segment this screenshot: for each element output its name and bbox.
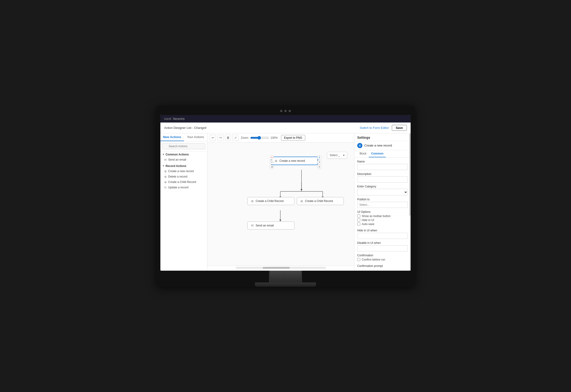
node-child-record-1[interactable]: ⊕ Create a Child Record: [247, 197, 294, 205]
monitor-dots: [160, 110, 411, 112]
description-input[interactable]: [357, 176, 408, 182]
node-email-icon: ✉: [251, 224, 254, 227]
confirmation-prompt-group: Confirmation prompt: [357, 264, 408, 268]
redo-button[interactable]: ↪: [217, 135, 223, 141]
minus-circle-icon: ⊕: [164, 175, 167, 179]
expand-bottom-right-btn[interactable]: ✕: [317, 165, 321, 169]
close-top-left-btn[interactable]: ✕: [270, 155, 274, 160]
main-layout: New Actions Your Actions 🔍 ▼ Common Acti…: [160, 133, 411, 271]
sidebar-tabs: New Actions Your Actions: [160, 133, 207, 141]
select-dropdown[interactable]: Select _ ▼: [327, 152, 347, 158]
chevron-down-icon-2: ▼: [162, 165, 165, 167]
svg-marker-1: [300, 189, 302, 191]
autosave-label: Auto-save: [362, 223, 374, 226]
toolbar-button-label: Show as toolbar button: [362, 214, 391, 218]
hide-when-input[interactable]: [357, 233, 408, 239]
sidebar-item-delete-record[interactable]: ⊕ Delete a record: [162, 174, 205, 180]
hide-ui-checkbox[interactable]: [357, 218, 360, 222]
confirmation-prompt-label: Confirmation prompt: [357, 264, 408, 268]
hide-ui-checkbox-row: Hide in UI: [357, 218, 408, 222]
autosave-checkbox[interactable]: [357, 223, 360, 225]
sidebar-item-update-record[interactable]: ↻ Update a record: [162, 185, 205, 190]
publish-input[interactable]: [357, 202, 408, 208]
search-input[interactable]: [162, 143, 205, 149]
canvas-area: ↩ ↪ 🗑 ⤢ Zoom: 100% Export to PNG: [207, 133, 354, 271]
dot-3: [288, 110, 291, 112]
node-child-record-2[interactable]: ⊕ Create a Child Record: [297, 197, 344, 205]
delete-button[interactable]: 🗑: [225, 135, 231, 141]
confirmation-label: Confirmation: [357, 254, 408, 257]
name-input[interactable]: [357, 164, 408, 170]
tab-your-actions[interactable]: Your Actions: [184, 133, 207, 141]
zoom-slider[interactable]: [250, 136, 269, 140]
node-child1-icon: ⊕: [251, 199, 254, 203]
dot-2: [284, 110, 287, 112]
hide-when-group: Hide in UI when: [357, 229, 408, 239]
settings-body: Name Description Enter Category: [354, 157, 411, 271]
category-label: Enter Category: [357, 185, 408, 188]
settings-tabs: Block Common: [354, 150, 411, 157]
select-chevron-icon: ▼: [343, 154, 345, 156]
undo-button[interactable]: ↩: [210, 135, 216, 141]
ui-options-label: UI Options: [357, 210, 408, 213]
node-child2-icon: ⊕: [300, 199, 303, 203]
monitor-stand: [160, 271, 411, 287]
confirm-before-run-row: Confirm before run: [357, 258, 408, 261]
expand-right-btn[interactable]: ✕: [317, 160, 321, 164]
info-top-right-btn[interactable]: ℹ: [317, 155, 321, 160]
cut-left-btn[interactable]: ✂: [270, 160, 274, 164]
sidebar: New Actions Your Actions 🔍 ▼ Common Acti…: [160, 133, 207, 271]
record-actions-header[interactable]: ▼ Record Actions: [162, 164, 205, 168]
hide-ui-label: Hide in UI: [362, 218, 374, 222]
description-field-group: Description: [357, 172, 408, 182]
zoom-label: Zoom:: [241, 136, 249, 140]
titlebar: ivanti Neurons: [160, 115, 411, 123]
confirm-before-run-label: Confirm before run: [362, 258, 385, 261]
publish-label: Publish to: [357, 198, 408, 201]
screen: ivanti Neurons Action Designer List - Ch…: [160, 115, 411, 271]
scrollbar-thumb: [263, 267, 290, 269]
category-select[interactable]: [357, 189, 408, 196]
hide-when-label: Hide in UI when: [357, 229, 408, 232]
toolbar-button-checkbox[interactable]: [357, 214, 360, 218]
export-png-button[interactable]: Export to PNG: [281, 135, 305, 141]
canvas-horizontal-scrollbar[interactable]: [236, 267, 326, 269]
fit-button[interactable]: ⤢: [232, 135, 239, 141]
sidebar-item-send-email[interactable]: ✉ Send an email: [162, 157, 205, 163]
header-actions: Switch to Form Editor Save: [360, 125, 407, 131]
node-send-email[interactable]: ✉ Send an email: [247, 222, 294, 229]
plus-circle-icon: ⊕: [164, 169, 167, 173]
settings-tab-block[interactable]: Block: [357, 150, 369, 157]
flow-canvas[interactable]: ⊕ Create a new record ✕ ℹ ✂ ✕ ⧉ ✕ ⊕ Crea…: [207, 142, 354, 266]
zoom-control: Zoom: 100%: [241, 136, 278, 140]
settings-record-icon: ⊕: [357, 143, 362, 148]
child-record-icon: ⊕: [164, 180, 167, 184]
common-actions-header[interactable]: ▼ Common Actions: [162, 153, 205, 156]
brand-logo: ivanti Neurons: [164, 117, 185, 121]
confirm-before-run-checkbox[interactable]: [357, 258, 360, 261]
zoom-percent: 100%: [271, 136, 278, 140]
tab-new-actions[interactable]: New Actions: [160, 133, 184, 141]
stand-base: [255, 282, 316, 287]
save-button[interactable]: Save: [392, 125, 407, 131]
autosave-checkbox-row: Auto-save: [357, 223, 408, 226]
toolbar-button-checkbox-row: Show as toolbar button: [357, 214, 408, 218]
stand-neck: [269, 271, 302, 282]
sidebar-search-area: 🔍: [160, 141, 207, 152]
email-icon: ✉: [164, 158, 167, 162]
settings-tab-common[interactable]: Common: [369, 150, 386, 157]
page-title: Action Designer List - Change#: [164, 126, 206, 130]
settings-panel: Settings ⊕ Create a new record Block Com…: [354, 133, 411, 271]
disable-when-label: Disable in UI when: [357, 241, 408, 245]
copy-bottom-left-btn[interactable]: ⧉: [270, 165, 274, 169]
switch-to-form-editor-button[interactable]: Switch to Form Editor: [360, 126, 389, 130]
sidebar-item-create-child[interactable]: ⊕ Create a Child Record: [162, 180, 205, 185]
ui-options-group: UI Options Show as toolbar button Hide i…: [357, 210, 408, 226]
dot-1: [280, 110, 283, 112]
category-field-group: Enter Category: [357, 185, 408, 196]
settings-scrollbar[interactable]: [409, 133, 411, 271]
node-create-record[interactable]: ⊕ Create a new record: [271, 157, 318, 165]
disable-when-input[interactable]: [357, 245, 408, 251]
sidebar-item-create-record[interactable]: ⊕ Create a new record: [162, 168, 205, 174]
settings-scrollbar-thumb: [409, 133, 411, 216]
